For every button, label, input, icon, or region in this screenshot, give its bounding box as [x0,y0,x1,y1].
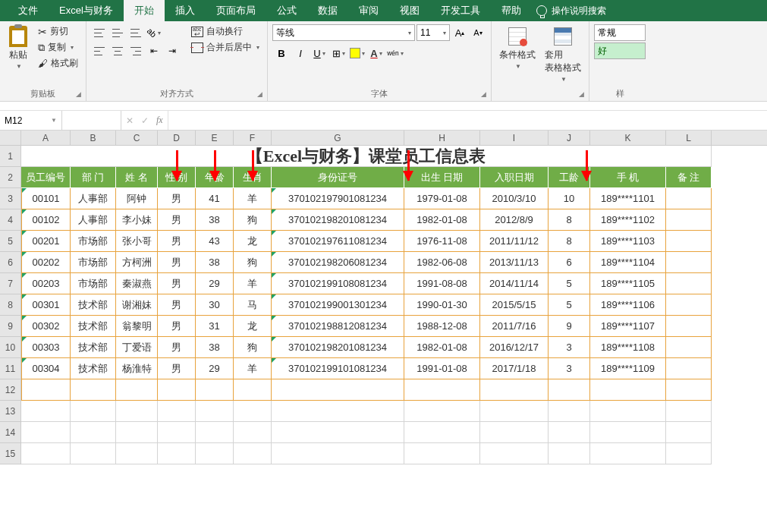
cell[interactable] [404,443,480,464]
cell[interactable]: 男 [158,231,196,252]
cell[interactable]: 1982-01-08 [404,337,480,358]
cell[interactable] [480,401,549,422]
cell[interactable]: 00203 [21,273,71,294]
tab-帮助[interactable]: 帮助 [491,0,532,21]
row-header[interactable]: 6 [0,252,21,273]
cell[interactable]: 2011/11/12 [480,231,549,252]
cell[interactable]: 技术部 [71,337,116,358]
cell[interactable]: 30 [196,294,234,316]
font-name-combo[interactable]: 等线▾ [272,24,415,41]
cell[interactable]: 189****1102 [590,209,666,231]
row-header[interactable]: 9 [0,316,21,337]
formula-input[interactable] [168,111,767,130]
cell[interactable] [590,443,666,464]
cell[interactable]: 189****1106 [590,294,666,316]
cell[interactable]: 马 [234,294,272,316]
row-header[interactable]: 14 [0,422,21,443]
cell[interactable]: 8 [549,209,590,231]
cell[interactable]: 狗 [234,337,272,358]
cell[interactable] [21,422,71,443]
cell[interactable] [666,401,712,422]
row-header[interactable]: 8 [0,294,21,316]
select-all-corner[interactable] [0,131,21,145]
cell[interactable] [196,379,234,401]
cell[interactable]: 姓 名 [116,167,158,188]
style-normal[interactable]: 常规 [594,24,646,41]
cell[interactable]: 8 [549,231,590,252]
col-header-I[interactable]: I [480,131,549,145]
cell[interactable]: 38 [196,209,234,231]
cell[interactable] [116,401,158,422]
align-left-button[interactable] [91,42,108,59]
cell[interactable]: 189****1103 [590,231,666,252]
cell[interactable]: 方柯洲 [116,252,158,273]
col-header-F[interactable]: F [234,131,272,145]
cell[interactable] [158,401,196,422]
cell[interactable]: 370102198201081234 [272,209,404,231]
cell[interactable]: 38 [196,337,234,358]
cell[interactable] [116,443,158,464]
cell[interactable]: 00101 [21,188,71,209]
cell[interactable] [666,379,712,401]
cell[interactable]: 189****1107 [590,316,666,337]
cell[interactable]: 370102198201081234 [272,337,404,358]
increase-font-button[interactable]: A▴ [451,24,468,41]
format-painter-button[interactable]: 🖌格式刷 [35,56,81,71]
align-right-button[interactable] [127,42,144,59]
cell[interactable]: 3 [549,337,590,358]
cell[interactable] [590,422,666,443]
tab-页面布局[interactable]: 页面布局 [206,0,266,21]
col-header-E[interactable]: E [196,131,234,145]
row-header[interactable]: 7 [0,273,21,294]
cell[interactable] [272,379,404,401]
font-color-button[interactable]: A▾ [367,45,385,61]
cell[interactable] [480,379,549,401]
cell[interactable]: 189****1109 [590,358,666,379]
orientation-button[interactable]: ab▾ [146,24,162,41]
indent-increase-button[interactable]: ⇥ [164,42,181,59]
cell[interactable]: 370102199001301234 [272,294,404,316]
tab-视图[interactable]: 视图 [389,0,430,21]
cell[interactable]: 29 [196,358,234,379]
cell[interactable]: 备 注 [666,167,712,188]
cell[interactable]: 370102197611081234 [272,231,404,252]
col-header-B[interactable]: B [71,131,116,145]
dialog-launcher-icon[interactable]: ◢ [257,90,262,98]
cell[interactable] [666,231,712,252]
cell[interactable]: 1982-06-08 [404,252,480,273]
cell[interactable]: 2014/11/14 [480,273,549,294]
cell[interactable] [404,422,480,443]
cell[interactable]: 市场部 [71,252,116,273]
cell[interactable]: 1979-01-08 [404,188,480,209]
col-header-G[interactable]: G [272,131,404,145]
row-header[interactable]: 4 [0,209,21,231]
cell[interactable]: 2012/8/9 [480,209,549,231]
cell[interactable] [480,422,549,443]
cell[interactable] [666,358,712,379]
cell[interactable]: 6 [549,252,590,273]
cell[interactable]: 羊 [234,358,272,379]
cell[interactable]: 张小哥 [116,231,158,252]
tab-Excel与财务[interactable]: Excel与财务 [49,0,124,21]
row-header[interactable]: 12 [0,379,21,401]
cell[interactable]: 370102198206081234 [272,252,404,273]
cell[interactable]: 【Excel与财务】课堂员工信息表 [21,146,712,167]
conditional-format-button[interactable]: 条件格式▼ [496,24,539,71]
cell[interactable]: 入职日期 [480,167,549,188]
cell[interactable]: 员工编号 [21,167,71,188]
cell[interactable] [549,443,590,464]
phonetic-button[interactable]: wén▾ [386,45,404,61]
cell[interactable] [549,379,590,401]
cell[interactable]: 2013/11/13 [480,252,549,273]
cell[interactable]: 1991-08-08 [404,273,480,294]
bold-button[interactable]: B [272,45,291,61]
cell[interactable] [21,443,71,464]
cell[interactable]: 1988-12-08 [404,316,480,337]
decrease-font-button[interactable]: A▾ [470,24,486,41]
cell[interactable]: 00303 [21,337,71,358]
cell[interactable] [158,422,196,443]
cell[interactable]: 00202 [21,252,71,273]
cell[interactable] [71,422,116,443]
col-header-K[interactable]: K [590,131,666,145]
underline-button[interactable]: U▾ [310,45,328,61]
